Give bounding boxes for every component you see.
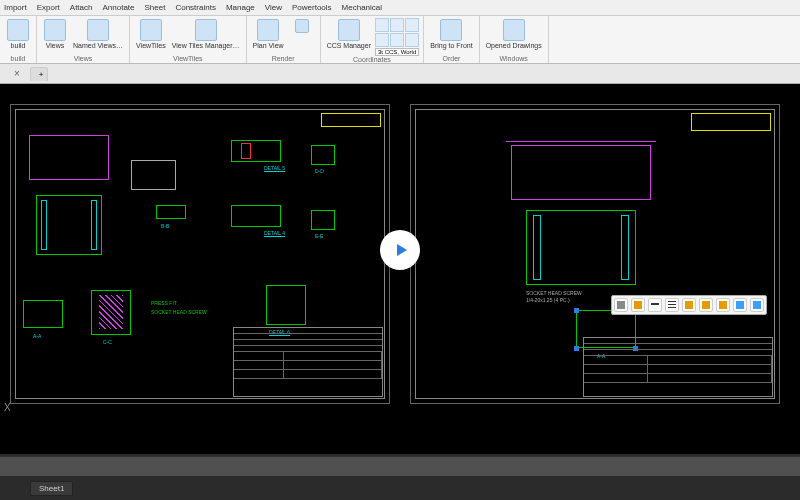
grip-bl[interactable] <box>574 346 579 351</box>
balloon-2 <box>679 180 688 189</box>
new-tab-button[interactable]: + <box>30 67 48 81</box>
hole-2 <box>163 167 171 175</box>
menu-mechanical[interactable]: Mechanical <box>342 3 382 12</box>
drawing-sheet-left[interactable]: B-B DETAIL 5 DETAIL 4 D-D E-E A-A C-C PR… <box>10 104 390 404</box>
cyan-shaft-r2 <box>621 215 629 280</box>
views-button[interactable]: Views <box>41 18 69 55</box>
ccs-manager-button[interactable]: CCS Manager <box>325 18 373 56</box>
menu-constraints[interactable]: Constraints <box>175 3 215 12</box>
assembly-top-view-r <box>511 145 651 200</box>
bring-to-front-icon <box>440 19 462 41</box>
cyan-shaft-r1 <box>533 215 541 280</box>
mini-color-button[interactable] <box>614 298 628 312</box>
menu-export[interactable]: Export <box>37 3 60 12</box>
group-title-viewtiles: ViewTiles <box>134 55 242 63</box>
ribbon-group-windows: Opened Drawings Windows <box>480 16 549 63</box>
document-close-button[interactable]: × <box>6 66 28 81</box>
detail4-label: DETAIL 4 <box>264 230 285 236</box>
section-bb-view <box>156 205 186 219</box>
menu-icon <box>668 301 676 309</box>
title-block-left <box>233 327 383 397</box>
ribbon: build build Views Named Views… Views Vie… <box>0 16 800 64</box>
ribbon-group-coordinates: CCS Manager 3t CCS, World Coordinates <box>321 16 425 63</box>
detail4-circle <box>239 209 251 221</box>
coord-grid-icons[interactable] <box>375 18 419 47</box>
group-title-build: build <box>4 55 32 63</box>
bring-to-front-button[interactable]: Bring to Front <box>428 18 474 55</box>
section-aa-label: A-A <box>33 333 41 339</box>
cyan-shaft-1 <box>41 200 47 250</box>
group-title-windows: Windows <box>484 55 544 63</box>
note-screw: SOCKET HEAD SCREW <box>151 309 207 315</box>
context-mini-toolbar <box>611 295 767 315</box>
ribbon-group-viewtiles: ViewTiles View Tiles Manager… ViewTiles <box>130 16 247 63</box>
assembly-top-view <box>29 135 109 180</box>
viewtiles-manager-icon <box>195 19 217 41</box>
tool-icon-8 <box>736 301 744 309</box>
mini-button-7[interactable] <box>716 298 730 312</box>
section-dd-view <box>311 145 335 165</box>
tool-icon-5 <box>685 301 693 309</box>
tool-icon-6 <box>702 301 710 309</box>
plan-view-button[interactable]: Plan View <box>251 18 286 55</box>
balloon-1 <box>666 160 675 169</box>
mini-button-6[interactable] <box>699 298 713 312</box>
mini-layer-button[interactable] <box>631 298 645 312</box>
menu-annotate[interactable]: Annotate <box>102 3 134 12</box>
rebuild-icon <box>7 19 29 41</box>
layer-icon <box>634 301 642 309</box>
tool-icon-9 <box>753 301 761 309</box>
revision-block-left <box>321 113 381 127</box>
mini-button-5[interactable] <box>682 298 696 312</box>
note-pressfit: PRESS FIT <box>151 300 177 306</box>
menu-view[interactable]: View <box>265 3 282 12</box>
ccs-manager-icon <box>338 19 360 41</box>
menu-import[interactable]: Import <box>4 3 27 12</box>
section-cc-label: C-C <box>103 339 112 345</box>
plan-view-icon <box>257 19 279 41</box>
ccs-world-dropdown[interactable]: 3t CCS, World <box>375 48 419 56</box>
sel-hole-2 <box>617 317 627 327</box>
group-title-render: Render <box>251 55 316 63</box>
viewtiles-manager-button[interactable]: View Tiles Manager… <box>170 18 242 55</box>
sheet-tab-1[interactable]: Sheet1 <box>30 481 73 496</box>
menubar: Import Export Attach Annotate Sheet Cons… <box>0 0 800 16</box>
section-bb-label: B-B <box>161 223 169 229</box>
views-icon <box>44 19 66 41</box>
menu-attach[interactable]: Attach <box>70 3 93 12</box>
grip-tl[interactable] <box>574 308 579 313</box>
model-sheet-bar <box>0 456 800 476</box>
menu-sheet[interactable]: Sheet <box>145 3 166 12</box>
color-swatch-icon <box>617 301 625 309</box>
screw-note-r2: 1/4-20x1.25 (4 PC.) <box>526 297 570 303</box>
ribbon-group-views: Views Named Views… Views <box>37 16 130 63</box>
menu-powertools[interactable]: Powertools <box>292 3 332 12</box>
title-block-right <box>583 337 773 397</box>
menu-manage[interactable]: Manage <box>226 3 255 12</box>
opened-drawings-button[interactable]: Opened Drawings <box>484 18 544 55</box>
tool-icon-7 <box>719 301 727 309</box>
balloon-3 <box>679 200 688 209</box>
rebuild-button[interactable]: build <box>4 18 32 55</box>
section-dd-label: D-D <box>315 168 324 174</box>
ucs-marker: X <box>4 402 11 413</box>
group-title-order: Order <box>428 55 474 63</box>
detail6-view <box>266 285 306 325</box>
ribbon-group-render: Plan View Render <box>247 16 321 63</box>
mini-button-8[interactable] <box>733 298 747 312</box>
render-small-button[interactable] <box>288 18 316 55</box>
group-title-views: Views <box>41 55 125 63</box>
named-views-button[interactable]: Named Views… <box>71 18 125 55</box>
video-play-button[interactable] <box>380 230 420 270</box>
fp-hole-1 <box>27 304 35 312</box>
mini-menu-button[interactable] <box>665 298 679 312</box>
drawing-sheet-right[interactable]: SOCKET HEAD SCREW 1/4-20x1.25 (4 PC.) A-… <box>410 104 780 404</box>
mini-linetype-button[interactable] <box>648 298 662 312</box>
ribbon-group-order: Bring to Front Order <box>424 16 479 63</box>
fp-hole-2 <box>49 304 57 312</box>
plate-view-1 <box>131 160 176 190</box>
viewtiles-button[interactable]: ViewTiles <box>134 18 168 55</box>
detail5-red <box>241 143 251 159</box>
cyan-shaft-2 <box>91 200 97 250</box>
mini-button-9[interactable] <box>750 298 764 312</box>
